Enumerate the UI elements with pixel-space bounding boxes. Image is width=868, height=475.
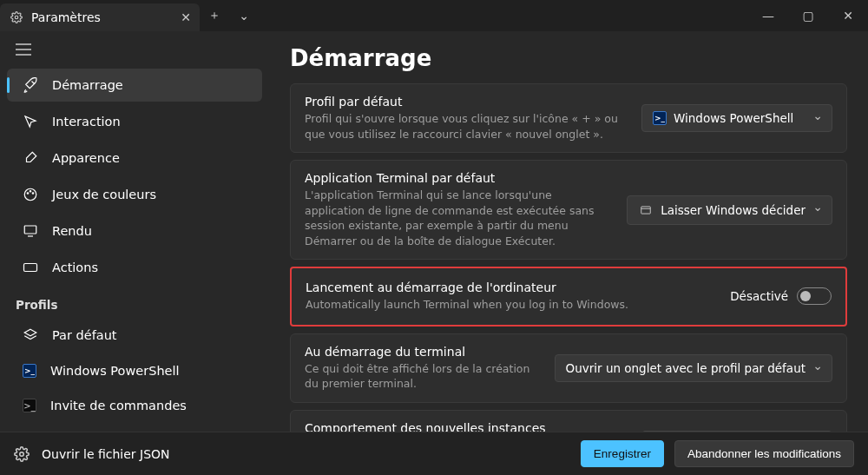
- card-title: Application Terminal par défaut: [305, 171, 613, 185]
- titlebar: Paramètres ✕ ＋ ⌄ — ▢ ✕: [0, 0, 868, 31]
- card-on-startup[interactable]: Au démarrage du terminal Ce qui doit êtr…: [290, 333, 847, 403]
- tab-close-icon[interactable]: ✕: [181, 10, 191, 24]
- dropdown-default-profile[interactable]: >_ Windows PowerShell: [641, 104, 832, 132]
- window-controls: — ▢ ✕: [748, 0, 868, 31]
- sidebar-profile-default[interactable]: Par défaut: [7, 319, 262, 352]
- sidebar-item-label: Invite de commandes: [50, 399, 187, 412]
- powershell-icon: >_: [653, 111, 667, 125]
- toggle-launch-on-boot[interactable]: [797, 287, 832, 305]
- sidebar: Démarrage Interaction Apparence Jeux de …: [0, 31, 269, 432]
- hamburger-icon[interactable]: [0, 35, 269, 67]
- keyboard-icon: [23, 260, 38, 275]
- sidebar-item-label: Par défaut: [52, 328, 117, 342]
- sidebar-item-apparence[interactable]: Apparence: [7, 142, 262, 175]
- discard-button[interactable]: Abandonner les modifications: [674, 440, 854, 467]
- maximize-button[interactable]: ▢: [788, 0, 828, 31]
- sidebar-section-profiles: Profils: [0, 286, 269, 317]
- powershell-icon: >_: [23, 364, 36, 378]
- footer: Ouvrir le fichier JSON Enregistrer Aband…: [0, 432, 868, 475]
- card-new-instance[interactable]: Comportement des nouvelles instances Con…: [290, 410, 847, 432]
- card-desc: Automatically launch Terminal when you l…: [306, 297, 716, 313]
- sidebar-item-label: Windows PowerShell: [50, 364, 180, 378]
- dropdown-on-startup[interactable]: Ouvrir un onglet avec le profil par défa…: [555, 354, 832, 382]
- dropdown-new-instance[interactable]: Créer une fenêtre: [641, 431, 832, 432]
- card-launch-on-boot[interactable]: Lancement au démarrage de l'ordinateur A…: [290, 267, 847, 327]
- sidebar-profile-cmd[interactable]: >_ Invite de commandes: [7, 390, 262, 421]
- card-default-app[interactable]: Application Terminal par défaut L'applic…: [290, 160, 847, 260]
- save-button[interactable]: Enregistrer: [581, 440, 664, 467]
- dropdown-value: Windows PowerShell: [674, 111, 793, 125]
- svg-rect-13: [641, 206, 651, 213]
- monitor-icon: [23, 223, 38, 239]
- tab-settings[interactable]: Paramètres ✕: [0, 3, 200, 31]
- toggle-state-label: Désactivé: [730, 289, 788, 303]
- dropdown-value: Laisser Windows décider: [661, 203, 806, 217]
- layers-icon: [23, 327, 38, 343]
- sidebar-item-actions[interactable]: Actions: [7, 251, 262, 284]
- sidebar-item-label: Actions: [52, 261, 98, 274]
- svg-rect-10: [24, 264, 37, 272]
- dropdown-default-app[interactable]: Laisser Windows décider: [627, 195, 832, 225]
- tab-dropdown-icon[interactable]: ⌄: [229, 0, 259, 31]
- window-icon: [638, 202, 654, 218]
- sidebar-item-label: Démarrage: [52, 78, 123, 92]
- gear-icon: [14, 446, 30, 462]
- minimize-button[interactable]: —: [748, 0, 788, 31]
- page-title: Démarrage: [290, 45, 847, 71]
- svg-point-7: [32, 193, 34, 195]
- card-title: Comportement des nouvelles instances: [305, 421, 628, 432]
- svg-point-0: [15, 16, 18, 19]
- svg-point-5: [27, 193, 29, 195]
- new-tab-button[interactable]: ＋: [200, 0, 229, 31]
- palette-icon: [23, 187, 38, 202]
- card-title: Lancement au démarrage de l'ordinateur: [306, 280, 716, 294]
- open-json-link[interactable]: Ouvrir le fichier JSON: [42, 447, 170, 461]
- cursor-icon: [23, 114, 38, 129]
- card-title: Au démarrage du terminal: [305, 345, 541, 359]
- dropdown-value: Ouvrir un onglet avec le profil par défa…: [566, 361, 806, 375]
- cmd-icon: >_: [23, 399, 36, 412]
- rocket-icon: [23, 77, 38, 93]
- card-desc: L'application Terminal qui se lance lors…: [305, 188, 613, 248]
- svg-point-6: [30, 191, 31, 193]
- sidebar-item-colorschemes[interactable]: Jeux de couleurs: [7, 178, 262, 211]
- close-window-button[interactable]: ✕: [828, 0, 868, 31]
- content-area: Démarrage Profil par défaut Profil qui s…: [269, 31, 868, 432]
- sidebar-item-rendu[interactable]: Rendu: [7, 214, 262, 247]
- svg-rect-8: [24, 226, 36, 234]
- sidebar-item-label: Interaction: [52, 115, 121, 129]
- card-default-profile[interactable]: Profil par défaut Profil qui s'ouvre lor…: [290, 83, 847, 153]
- card-title: Profil par défaut: [305, 95, 628, 109]
- sidebar-profile-powershell[interactable]: >_ Windows PowerShell: [7, 355, 262, 386]
- sidebar-item-label: Rendu: [52, 224, 92, 238]
- sidebar-item-interaction[interactable]: Interaction: [7, 105, 262, 138]
- card-desc: Profil qui s'ouvre lorsque vous cliquez …: [305, 111, 628, 142]
- brush-icon: [23, 150, 38, 166]
- sidebar-item-demarrage[interactable]: Démarrage: [7, 69, 262, 102]
- card-desc: Ce qui doit être affiché lors de la créa…: [305, 361, 541, 392]
- gear-icon: [9, 10, 24, 25]
- tab-label: Paramètres: [31, 10, 101, 24]
- svg-point-15: [20, 452, 24, 456]
- sidebar-item-label: Jeux de couleurs: [52, 188, 156, 201]
- sidebar-item-label: Apparence: [52, 151, 120, 165]
